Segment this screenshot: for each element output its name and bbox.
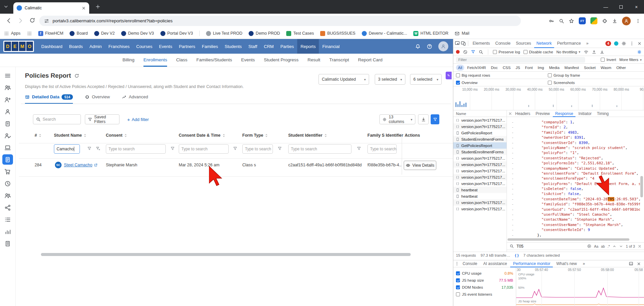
drawer-tab-ai-assistance[interactable]: AI assistance: [481, 260, 510, 267]
annotation-widget[interactable]: ✎: [446, 72, 452, 79]
rail-item-people[interactable]: [2, 190, 13, 201]
fold-marker[interactable]: -: [512, 150, 514, 155]
checkbox[interactable]: [548, 73, 552, 77]
nav-item-students[interactable]: Students: [221, 39, 245, 54]
nav-item-dashboard[interactable]: Dashboard: [38, 39, 66, 54]
import-har-icon[interactable]: [592, 50, 596, 54]
fold-marker[interactable]: -: [512, 217, 514, 222]
column-header-family-s-identifier[interactable]: Family S Identifier: [367, 133, 408, 138]
request-row[interactable]: StudentEnrollmentForms: [453, 136, 507, 142]
fold-marker[interactable]: -: [512, 140, 514, 145]
extensions-puzzle-icon[interactable]: [602, 18, 607, 24]
type-filter-media[interactable]: Media: [547, 65, 561, 71]
browser-tab[interactable]: Calimatic: [13, 2, 89, 14]
bookmark-item[interactable]: Mail: [455, 31, 469, 36]
subnav-item-transcript[interactable]: Transcript: [329, 54, 349, 67]
column-header-consent-date-time[interactable]: Consent Date & Time: [179, 133, 226, 138]
nav-item-admin[interactable]: Admin: [86, 39, 105, 54]
checkbox[interactable]: [456, 278, 460, 282]
tab-detailed-data[interactable]: Detailed Data514: [25, 93, 73, 104]
close-request-icon[interactable]: [508, 112, 512, 116]
request-row[interactable]: version.json?t=1775217...: [453, 161, 507, 168]
forward-icon[interactable]: [17, 17, 24, 24]
omnibox[interactable]: portalv3.calibermatrix.com/#/reports/enr…: [39, 16, 521, 26]
type-filter-wasm[interactable]: Wasm: [599, 65, 613, 71]
fold-marker[interactable]: -: [512, 186, 514, 191]
tab-close-icon[interactable]: [82, 6, 86, 10]
rail-item-list[interactable]: [2, 214, 13, 225]
fold-marker[interactable]: -: [512, 120, 514, 125]
fold-marker[interactable]: -: [512, 135, 514, 140]
close-search-icon[interactable]: [638, 244, 642, 248]
toggle-overview[interactable]: Overview: [456, 81, 548, 85]
checkbox[interactable]: [456, 285, 460, 289]
new-tab-icon[interactable]: [95, 4, 101, 9]
sort-icon[interactable]: [265, 134, 268, 137]
rail-item-cart[interactable]: [2, 166, 13, 177]
search-query[interactable]: T05: [517, 244, 524, 249]
back-icon[interactable]: [5, 17, 12, 24]
response-tab-preview[interactable]: Preview: [533, 110, 552, 117]
filter-funnel-icon[interactable]: [278, 146, 282, 151]
whole-word-toggle[interactable]: ab: [601, 244, 605, 248]
site-settings-icon[interactable]: [44, 18, 49, 24]
rail-item-clipboard[interactable]: [2, 118, 13, 129]
subnav-item-class[interactable]: Class: [176, 54, 187, 67]
toggle-group-by-frame[interactable]: Group by frame: [548, 73, 580, 77]
request-row[interactable]: version.json?t=1775217...: [453, 117, 507, 123]
devtools-tab-sources[interactable]: Sources: [514, 39, 534, 48]
saved-filters-button[interactable]: Saved Filters: [85, 114, 119, 124]
column-filter-input[interactable]: Type to search: [179, 144, 229, 154]
filter-funnel-icon[interactable]: [233, 146, 237, 151]
response-vertical-scrollbar[interactable]: [640, 176, 643, 197]
column-filter-input[interactable]: Type to search: [242, 144, 273, 154]
nav-item-crm[interactable]: CRM: [261, 39, 277, 54]
fold-marker[interactable]: -: [512, 207, 514, 212]
type-filter-js[interactable]: JS: [514, 65, 522, 71]
more-tabs-icon[interactable]: »: [584, 39, 591, 48]
horizontal-scrollbar[interactable]: [41, 253, 411, 256]
metric-cpu-usage[interactable]: CPU usage0.8%: [456, 270, 513, 277]
tab-search-icon[interactable]: [3, 4, 9, 9]
invert-checkbox[interactable]: Invert: [601, 58, 616, 62]
devtools-settings-icon[interactable]: [621, 41, 626, 46]
checkbox[interactable]: [456, 81, 460, 85]
bookmark-item[interactable]: Demo Dev V3: [121, 31, 154, 36]
bookmark-item[interactable]: Apps: [4, 31, 21, 36]
subnav-item-report-card[interactable]: Report Card: [358, 54, 383, 67]
devtools-menu-icon[interactable]: [629, 41, 634, 46]
request-row[interactable]: heartbeat: [453, 187, 507, 193]
view-details-button[interactable]: View Details: [404, 161, 436, 170]
tab-advanced[interactable]: Advanced: [122, 93, 148, 104]
zoom-icon[interactable]: [559, 18, 564, 24]
clear-search-icon[interactable]: [587, 244, 591, 248]
response-viewer[interactable]: -"companyId": 1,-"formId": 2,-"familyId"…: [507, 117, 640, 238]
rail-item-person[interactable]: [2, 106, 13, 117]
close-window-icon[interactable]: ×: [629, 0, 644, 14]
rail-item-doc[interactable]: [2, 154, 13, 165]
nav-item-events[interactable]: Events: [156, 39, 176, 54]
sort-icon[interactable]: [222, 134, 226, 137]
type-filter-doc[interactable]: Doc: [489, 65, 500, 71]
record-icon[interactable]: [456, 50, 460, 54]
request-row[interactable]: version.json?t=1775217...: [453, 174, 507, 180]
report-select[interactable]: Calimatic Updated▾: [319, 74, 369, 85]
regex-toggle[interactable]: .*: [607, 244, 610, 248]
filter-funnel-icon[interactable]: [87, 146, 92, 151]
type-filter-css[interactable]: CSS: [501, 65, 513, 71]
metric-js-event-listeners[interactable]: JS event listeners: [456, 291, 513, 298]
fold-marker[interactable]: -: [512, 233, 514, 238]
dock-panel-icon[interactable]: [629, 261, 633, 266]
export-har-icon[interactable]: [600, 50, 604, 54]
filter-funnel-icon[interactable]: [170, 146, 175, 151]
bookmark-item[interactable]: Demo PROD: [249, 31, 280, 36]
rail-item-share[interactable]: [2, 202, 13, 213]
column-header-form-type[interactable]: Form Type: [242, 133, 268, 138]
report-select[interactable]: 6 selected▾: [410, 74, 442, 85]
rail-item-clock[interactable]: [2, 178, 13, 189]
fold-marker[interactable]: -: [512, 191, 514, 196]
fold-marker[interactable]: -: [512, 125, 514, 130]
rail-item-menu[interactable]: [2, 70, 13, 81]
network-filter-icon[interactable]: [471, 50, 475, 54]
throttling-dropdown[interactable]: No throttling▾: [556, 50, 580, 54]
